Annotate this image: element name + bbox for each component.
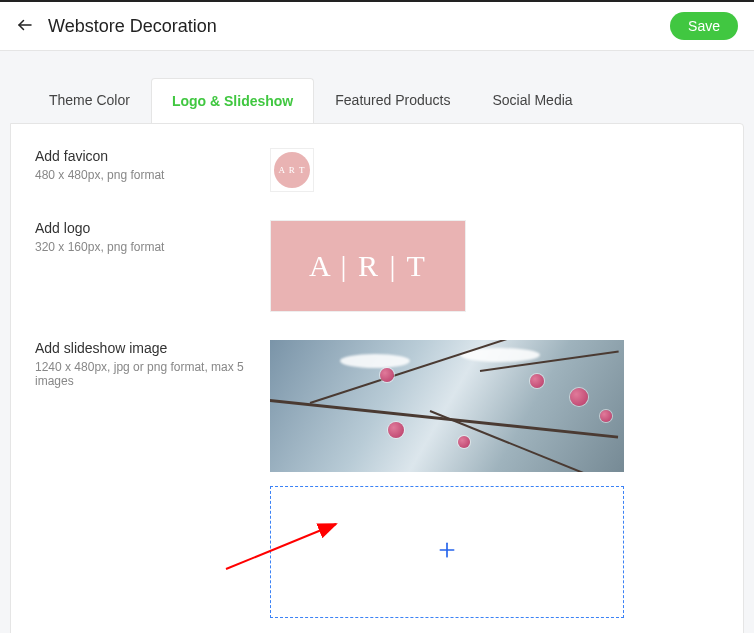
- slideshow-title: Add slideshow image: [35, 340, 270, 356]
- logo-hint: 320 x 160px, png format: [35, 240, 270, 254]
- tab-theme-color[interactable]: Theme Color: [28, 77, 151, 123]
- favicon-thumbnail: A R T: [274, 152, 310, 188]
- favicon-label-block: Add favicon 480 x 480px, png format: [35, 148, 270, 182]
- favicon-hint: 480 x 480px, png format: [35, 168, 270, 182]
- slideshow-image-1[interactable]: [270, 340, 624, 472]
- content-area: Theme Color Logo & Slideshow Featured Pr…: [0, 51, 754, 633]
- logo-label-block: Add logo 320 x 160px, png format: [35, 220, 270, 254]
- favicon-title: Add favicon: [35, 148, 270, 164]
- tab-panel: Add favicon 480 x 480px, png format A R …: [10, 123, 744, 633]
- slideshow-row: Add slideshow image 1240 x 480px, jpg or…: [35, 340, 719, 618]
- favicon-upload[interactable]: A R T: [270, 148, 314, 192]
- header-bar: Webstore Decoration Save: [0, 0, 754, 51]
- slideshow-add-button[interactable]: [270, 486, 624, 618]
- page-title: Webstore Decoration: [48, 16, 656, 37]
- tab-social-media[interactable]: Social Media: [471, 77, 593, 123]
- logo-content: A | R | T: [270, 220, 719, 312]
- tab-logo-slideshow[interactable]: Logo & Slideshow: [151, 78, 314, 124]
- logo-thumbnail: A | R | T: [270, 220, 466, 312]
- logo-title: Add logo: [35, 220, 270, 236]
- plus-icon: [437, 540, 457, 564]
- logo-row: Add logo 320 x 160px, png format A | R |…: [35, 220, 719, 312]
- logo-upload[interactable]: A | R | T: [270, 220, 466, 312]
- tab-featured-products[interactable]: Featured Products: [314, 77, 471, 123]
- slideshow-label-block: Add slideshow image 1240 x 480px, jpg or…: [35, 340, 270, 388]
- save-button[interactable]: Save: [670, 12, 738, 40]
- slideshow-hint: 1240 x 480px, jpg or png format, max 5 i…: [35, 360, 270, 388]
- slideshow-content: [270, 340, 719, 618]
- favicon-row: Add favicon 480 x 480px, png format A R …: [35, 148, 719, 192]
- back-arrow-icon[interactable]: [16, 16, 34, 37]
- favicon-content: A R T: [270, 148, 719, 192]
- tabs: Theme Color Logo & Slideshow Featured Pr…: [10, 77, 744, 123]
